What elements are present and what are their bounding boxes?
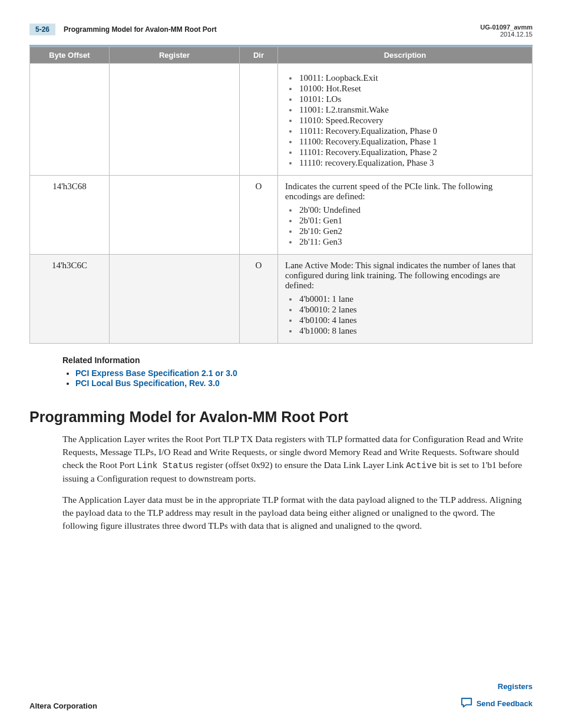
cell-byte: 14'h3C68 [30, 176, 110, 255]
table-row: 14'h3C68 O Indicates the current speed o… [30, 176, 533, 255]
text: register (offset 0x92) to ensure the Dat… [193, 460, 406, 470]
paragraph: The Application Layer data must be in th… [62, 493, 533, 532]
cell-dir: O [240, 255, 278, 344]
related-link[interactable]: PCI Express Base Specification 2.1 or 3.… [75, 368, 237, 378]
feedback-icon [460, 697, 473, 710]
th-register: Register [110, 47, 240, 64]
list-item: 11110: recovery.Equalization, Phase 3 [298, 158, 525, 168]
send-feedback-link[interactable]: Send Feedback [477, 699, 533, 708]
page-header-title: Programming Model for Avalon-MM Root Por… [64, 25, 217, 34]
list-item: 4'b0010: 2 lanes [298, 305, 525, 315]
cell-dir: O [240, 176, 278, 255]
list-item: 4'b0001: 1 lane [298, 294, 525, 304]
register-table: Byte Offset Register Dir Description 100… [29, 47, 533, 344]
list-item: PCI Local Bus Specification, Rev. 3.0 [75, 378, 533, 388]
cell-register [110, 255, 240, 344]
desc-intro: Lane Active Mode: This signal indicates … [285, 261, 515, 290]
list-item: 4'b1000: 8 lanes [298, 326, 525, 336]
list-item: 4'b0100: 4 lanes [298, 315, 525, 325]
page-header: 5-26 Programming Model for Avalon-MM Roo… [29, 24, 533, 38]
cell-description: 10011: Loopback.Exit 10100: Hot.Reset 10… [278, 64, 533, 176]
section-heading: Programming Model for Avalon-MM Root Por… [29, 409, 533, 426]
page-number: 5-26 [29, 24, 55, 35]
list-item: 11011: Recovery.Equalization, Phase 0 [298, 126, 525, 136]
list-item: PCI Express Base Specification 2.1 or 3.… [75, 368, 533, 378]
list-item: 11010: Speed.Recovery [298, 116, 525, 126]
th-dir: Dir [240, 47, 278, 64]
list-item: 2b'10: Gen2 [298, 226, 525, 236]
list-item: 11101: Recovery.Equalization, Phase 2 [298, 147, 525, 157]
list-item: 2b'01: Gen1 [298, 216, 525, 226]
doc-date: 2014.12.15 [480, 31, 533, 38]
desc-intro: Indicates the current speed of the PCIe … [285, 182, 492, 201]
related-link[interactable]: PCI Local Bus Specification, Rev. 3.0 [75, 378, 220, 388]
related-info: Related Information PCI Express Base Spe… [62, 355, 533, 388]
code-text: Link Status [137, 461, 194, 470]
code-text: Active [406, 461, 437, 470]
cell-byte [30, 64, 110, 176]
cell-register [110, 64, 240, 176]
list-item: 10100: Hot.Reset [298, 84, 525, 94]
th-byte-offset: Byte Offset [30, 47, 110, 64]
list-item: 10011: Loopback.Exit [298, 73, 525, 83]
cell-register [110, 176, 240, 255]
footer-company: Altera Corporation [29, 701, 97, 710]
list-item: 11001: L2.transmit.Wake [298, 105, 525, 115]
page-footer: Altera Corporation Registers Send Feedba… [29, 682, 533, 710]
list-item: 2b'00: Undefined [298, 205, 525, 215]
table-row: 10011: Loopback.Exit 10100: Hot.Reset 10… [30, 64, 533, 176]
doc-id: UG-01097_avmm [480, 24, 533, 31]
table-row: 14'h3C6C O Lane Active Mode: This signal… [30, 255, 533, 344]
related-heading: Related Information [62, 355, 533, 365]
cell-description: Indicates the current speed of the PCIe … [278, 176, 533, 255]
list-item: 10101: LOs [298, 94, 525, 104]
paragraph: The Application Layer writes the Root Po… [62, 433, 533, 485]
th-description: Description [278, 47, 533, 64]
footer-link-registers[interactable]: Registers [460, 682, 533, 691]
cell-description: Lane Active Mode: This signal indicates … [278, 255, 533, 344]
table-header-row: Byte Offset Register Dir Description [30, 47, 533, 64]
list-item: 2b'11: Gen3 [298, 237, 525, 247]
cell-byte: 14'h3C6C [30, 255, 110, 344]
cell-dir [240, 64, 278, 176]
list-item: 11100: Recovery.Equalization, Phase 1 [298, 137, 525, 147]
